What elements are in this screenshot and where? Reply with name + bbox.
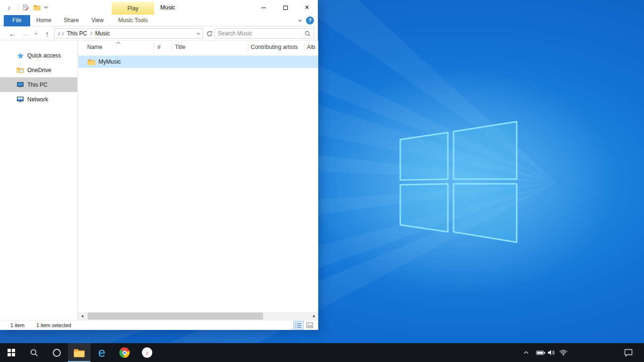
column-header-name[interactable]: Name [87, 44, 102, 50]
navigation-row: ← → ↑ ♪ This PC Music [0, 26, 318, 41]
window-controls: × [253, 0, 318, 15]
chevron-down-icon [44, 6, 48, 9]
sidebar-item-this-pc[interactable]: This PC [0, 77, 77, 92]
sidebar-item-quick-access[interactable]: Quick access [0, 48, 77, 63]
network-tray-button[interactable] [557, 343, 570, 362]
sidebar-item-label: OneDrive [27, 67, 51, 74]
scroll-left-button[interactable] [78, 312, 86, 320]
new-folder-icon [33, 5, 41, 10]
maximize-icon [283, 6, 288, 10]
help-button[interactable]: ? [306, 16, 314, 25]
taskbar-chrome[interactable] [113, 343, 136, 362]
scroll-right-icon [313, 315, 315, 318]
search-icon[interactable] [305, 31, 311, 37]
cortana-button[interactable] [45, 343, 68, 362]
internet-explorer-icon: e [98, 346, 105, 359]
horizontal-scrollbar[interactable] [78, 312, 318, 320]
column-separator[interactable] [304, 43, 305, 51]
music-player-icon: ♪ [142, 347, 152, 358]
tab-file[interactable]: File [4, 15, 30, 26]
scrollbar-thumb[interactable] [88, 313, 263, 320]
breadcrumb-chevron-icon [90, 32, 92, 35]
taskbar: e ♪ [0, 343, 644, 362]
column-header-album[interactable]: Alb [307, 44, 315, 50]
chrome-icon [119, 347, 130, 358]
hidden-icons-chevron[interactable] [520, 343, 532, 362]
close-icon: × [305, 4, 309, 11]
sidebar-item-network[interactable]: Network [0, 92, 77, 107]
folder-icon [88, 59, 95, 65]
chevron-down-icon [197, 33, 200, 35]
details-view-icon [295, 323, 302, 328]
qat-new-folder-button[interactable] [33, 3, 41, 12]
column-header-contributing-artists[interactable]: Contributing artists [251, 44, 298, 50]
minimize-icon [261, 8, 266, 8]
up-button[interactable]: ↑ [41, 26, 53, 41]
taskbar-music-player[interactable]: ♪ [136, 343, 158, 362]
column-separator[interactable] [154, 43, 154, 51]
status-bar: 1 item 1 item selected [0, 320, 318, 330]
search-input[interactable] [215, 29, 305, 38]
column-header-number[interactable]: # [157, 44, 161, 50]
qat-separator [18, 4, 19, 11]
file-explorer-icon [74, 348, 85, 357]
breadcrumb-chevron-icon [62, 32, 64, 35]
refresh-icon [206, 31, 213, 37]
windows-logo-icon [8, 349, 15, 356]
file-row-mymusic[interactable]: MyMusic [78, 56, 318, 68]
sidebar-item-label: This PC [27, 82, 48, 88]
file-list-area[interactable]: Name # Title Contributing artists Alb My… [78, 41, 318, 312]
taskbar-internet-explorer[interactable]: e [91, 343, 113, 362]
sidebar-item-label: Network [27, 96, 48, 103]
file-explorer-window: ♪ Play Music × [0, 0, 318, 330]
computer-icon [16, 82, 25, 88]
navigation-pane: Quick access OneDrive This [0, 41, 78, 320]
sort-ascending-icon [116, 41, 121, 44]
forward-button[interactable]: → [19, 26, 31, 41]
ribbon-tab-row: File Home Share View Music Tools ? [0, 15, 318, 26]
breadcrumb-this-pc[interactable]: This PC [66, 29, 89, 38]
tab-view[interactable]: View [87, 15, 108, 26]
details-view-button[interactable] [293, 321, 304, 329]
network-icon [16, 96, 25, 103]
sidebar-item-onedrive[interactable]: OneDrive [0, 63, 77, 77]
large-icons-view-icon [306, 322, 313, 328]
address-dropdown-chevron[interactable] [194, 29, 203, 38]
file-name: MyMusic [99, 58, 121, 65]
column-separator[interactable] [248, 43, 248, 51]
contextual-group-label: Play [127, 5, 138, 12]
contextual-tab-group-play[interactable]: Play [112, 2, 154, 15]
taskbar-search-button[interactable] [23, 343, 45, 362]
large-icons-view-button[interactable] [305, 321, 315, 329]
battery-tray-button[interactable] [535, 343, 547, 362]
tab-home[interactable]: Home [33, 15, 55, 26]
scrollbar-track[interactable] [86, 312, 310, 320]
qat-properties-button[interactable] [22, 3, 30, 12]
battery-icon [536, 350, 545, 356]
titlebar[interactable]: ♪ Play Music × [0, 0, 318, 15]
address-bar[interactable]: ♪ This PC Music [54, 28, 203, 39]
breadcrumb-music[interactable]: Music [94, 29, 111, 38]
taskbar-file-explorer[interactable] [68, 343, 91, 362]
tab-share[interactable]: Share [59, 15, 83, 26]
scroll-right-button[interactable] [310, 312, 318, 320]
refresh-button[interactable] [205, 28, 214, 39]
scroll-left-icon [81, 315, 83, 318]
start-button[interactable] [0, 343, 23, 362]
qat-customize-chevron[interactable] [43, 3, 49, 12]
ribbon-expand-chevron[interactable] [296, 17, 304, 25]
tab-music-tools[interactable]: Music Tools [111, 15, 155, 26]
recent-locations-chevron[interactable] [32, 26, 40, 41]
star-icon [16, 52, 25, 59]
maximize-button[interactable] [274, 0, 296, 15]
action-center-button[interactable] [620, 343, 636, 362]
chevron-down-icon [34, 33, 38, 35]
close-button[interactable]: × [296, 0, 318, 15]
back-button[interactable]: ← [6, 26, 19, 41]
column-header-title[interactable]: Title [175, 44, 185, 50]
column-separator[interactable] [173, 43, 173, 51]
minimize-button[interactable] [253, 0, 274, 15]
speaker-icon [547, 349, 556, 356]
volume-tray-button[interactable] [546, 343, 557, 362]
properties-icon [23, 4, 29, 11]
